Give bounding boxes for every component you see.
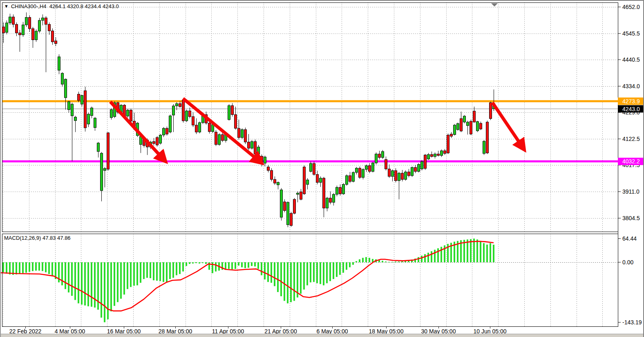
chart-title: ▼CHINA300-,H4 4264.1 4320.8 4234.4 4243.… [4,3,119,9]
svg-text:4032.2: 4032.2 [622,158,640,165]
current-price-tag: 4243.0 [618,105,644,113]
symbol-dropdown-icon[interactable]: ▼ [4,4,9,9]
svg-text:4122.5: 4122.5 [622,136,640,142]
resistance-price-tag: 4273.9 [618,98,644,105]
svg-text:64.44: 64.44 [622,235,637,242]
svg-text:3804.5: 3804.5 [622,215,640,221]
svg-text:4334.0: 4334.0 [622,83,640,89]
svg-text:-143.19: -143.19 [622,319,642,326]
macd-indicator-label: MACD(12,26,9) 47.83 47.86 [4,235,71,241]
svg-text:4243.0: 4243.0 [622,106,640,112]
mt4-chart-window: 4652.04545.54440.54334.04229.04122.54017… [0,0,644,337]
svg-text:4545.5: 4545.5 [622,30,640,37]
ohlc-values: 4264.1 4320.8 4234.4 4243.0 [49,3,119,9]
svg-text:3911.0: 3911.0 [622,188,640,195]
price-chart-canvas[interactable]: 4652.04545.54440.54334.04229.04122.54017… [1,1,644,337]
svg-text:4273.9: 4273.9 [622,98,640,105]
svg-text:4652.0: 4652.0 [622,4,640,10]
svg-text:4440.5: 4440.5 [622,56,640,63]
symbol-period-label: CHINA300-,H4 [11,3,47,9]
window-bottom-edge [1,334,643,337]
support-price-tag: 4032.2 [618,158,644,165]
svg-text:0.00: 0.00 [622,259,633,266]
